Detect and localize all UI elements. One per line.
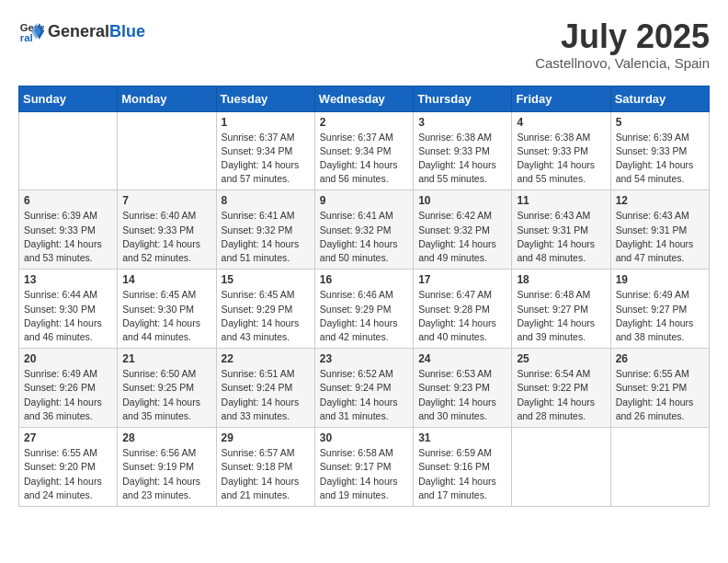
calendar-table: SundayMondayTuesdayWednesdayThursdayFrid…: [18, 86, 710, 507]
weekday-header-friday: Friday: [512, 86, 610, 111]
weekday-header-sunday: Sunday: [19, 86, 118, 111]
day-number: 3: [418, 116, 506, 129]
day-number: 23: [320, 352, 408, 365]
day-number: 14: [122, 273, 210, 286]
day-info: Sunrise: 6:57 AMSunset: 9:18 PMDaylight:…: [222, 446, 310, 502]
calendar-day-cell: 29Sunrise: 6:57 AMSunset: 9:18 PMDayligh…: [216, 428, 314, 507]
calendar-week-row: 1Sunrise: 6:37 AMSunset: 9:34 PMDaylight…: [19, 111, 710, 190]
day-number: 19: [616, 273, 704, 286]
day-info: Sunrise: 6:46 AMSunset: 9:29 PMDaylight:…: [320, 288, 408, 344]
calendar-day-cell: 26Sunrise: 6:55 AMSunset: 9:21 PMDayligh…: [610, 349, 709, 428]
day-number: 9: [320, 194, 408, 207]
day-number: 11: [517, 194, 605, 207]
calendar-day-cell: 16Sunrise: 6:46 AMSunset: 9:29 PMDayligh…: [314, 270, 413, 349]
calendar-day-cell: 10Sunrise: 6:42 AMSunset: 9:32 PMDayligh…: [414, 190, 512, 270]
calendar-day-cell: 2Sunrise: 6:37 AMSunset: 9:34 PMDaylight…: [314, 111, 413, 190]
day-number: 20: [24, 352, 112, 365]
day-info: Sunrise: 6:48 AMSunset: 9:27 PMDaylight:…: [517, 288, 605, 344]
calendar-day-cell: 18Sunrise: 6:48 AMSunset: 9:27 PMDayligh…: [512, 270, 610, 349]
day-info: Sunrise: 6:53 AMSunset: 9:23 PMDaylight:…: [418, 367, 506, 423]
calendar-day-cell: 9Sunrise: 6:41 AMSunset: 9:32 PMDaylight…: [314, 190, 413, 270]
weekday-header-monday: Monday: [118, 86, 216, 111]
day-number: 22: [222, 352, 310, 365]
day-info: Sunrise: 6:37 AMSunset: 9:34 PMDaylight:…: [320, 131, 408, 187]
calendar-day-cell: [610, 428, 709, 507]
day-number: 30: [320, 431, 408, 444]
calendar-day-cell: [19, 111, 118, 190]
calendar-day-cell: 1Sunrise: 6:37 AMSunset: 9:34 PMDaylight…: [216, 111, 314, 190]
day-info: Sunrise: 6:39 AMSunset: 9:33 PMDaylight:…: [24, 209, 112, 265]
day-number: 24: [418, 352, 506, 365]
day-info: Sunrise: 6:42 AMSunset: 9:32 PMDaylight:…: [418, 209, 506, 265]
location-title: Castellnovo, Valencia, Spain: [535, 55, 710, 71]
day-info: Sunrise: 6:50 AMSunset: 9:25 PMDaylight:…: [122, 367, 210, 423]
day-info: Sunrise: 6:56 AMSunset: 9:19 PMDaylight:…: [122, 446, 210, 502]
calendar-day-cell: 17Sunrise: 6:47 AMSunset: 9:28 PMDayligh…: [414, 270, 512, 349]
day-info: Sunrise: 6:54 AMSunset: 9:22 PMDaylight:…: [517, 367, 605, 423]
weekday-header-thursday: Thursday: [414, 86, 512, 111]
calendar-week-row: 13Sunrise: 6:44 AMSunset: 9:30 PMDayligh…: [19, 270, 710, 349]
calendar-day-cell: 24Sunrise: 6:53 AMSunset: 9:23 PMDayligh…: [414, 349, 512, 428]
calendar-day-cell: 3Sunrise: 6:38 AMSunset: 9:33 PMDaylight…: [414, 111, 512, 190]
month-title: July 2025: [535, 18, 710, 55]
day-info: Sunrise: 6:59 AMSunset: 9:16 PMDaylight:…: [418, 446, 506, 502]
calendar-day-cell: 4Sunrise: 6:38 AMSunset: 9:33 PMDaylight…: [512, 111, 610, 190]
calendar-day-cell: 21Sunrise: 6:50 AMSunset: 9:25 PMDayligh…: [118, 349, 216, 428]
calendar-day-cell: 14Sunrise: 6:45 AMSunset: 9:30 PMDayligh…: [118, 270, 216, 349]
calendar-day-cell: 22Sunrise: 6:51 AMSunset: 9:24 PMDayligh…: [216, 349, 314, 428]
calendar-day-cell: 6Sunrise: 6:39 AMSunset: 9:33 PMDaylight…: [19, 190, 118, 270]
calendar-week-row: 6Sunrise: 6:39 AMSunset: 9:33 PMDaylight…: [19, 190, 710, 270]
day-info: Sunrise: 6:45 AMSunset: 9:29 PMDaylight:…: [222, 288, 310, 344]
day-number: 26: [616, 352, 704, 365]
day-number: 6: [24, 194, 112, 207]
day-info: Sunrise: 6:55 AMSunset: 9:21 PMDaylight:…: [616, 367, 704, 423]
calendar-day-cell: 12Sunrise: 6:43 AMSunset: 9:31 PMDayligh…: [610, 190, 709, 270]
calendar-day-cell: 8Sunrise: 6:41 AMSunset: 9:32 PMDaylight…: [216, 190, 314, 270]
calendar-week-row: 20Sunrise: 6:49 AMSunset: 9:26 PMDayligh…: [19, 349, 710, 428]
day-number: 18: [517, 273, 605, 286]
calendar-day-cell: 19Sunrise: 6:49 AMSunset: 9:27 PMDayligh…: [610, 270, 709, 349]
calendar-day-cell: 11Sunrise: 6:43 AMSunset: 9:31 PMDayligh…: [512, 190, 610, 270]
calendar-day-cell: 15Sunrise: 6:45 AMSunset: 9:29 PMDayligh…: [216, 270, 314, 349]
logo-text-blue: Blue: [109, 22, 145, 41]
calendar-day-cell: 5Sunrise: 6:39 AMSunset: 9:33 PMDaylight…: [610, 111, 709, 190]
calendar-day-cell: [118, 111, 216, 190]
day-info: Sunrise: 6:49 AMSunset: 9:27 PMDaylight:…: [616, 288, 704, 344]
day-number: 21: [122, 352, 210, 365]
day-number: 7: [122, 194, 210, 207]
day-number: 4: [517, 116, 605, 129]
calendar-day-cell: 13Sunrise: 6:44 AMSunset: 9:30 PMDayligh…: [19, 270, 118, 349]
day-number: 27: [24, 431, 112, 444]
day-number: 8: [222, 194, 310, 207]
day-info: Sunrise: 6:37 AMSunset: 9:34 PMDaylight:…: [222, 131, 310, 187]
calendar-day-cell: 25Sunrise: 6:54 AMSunset: 9:22 PMDayligh…: [512, 349, 610, 428]
day-info: Sunrise: 6:58 AMSunset: 9:17 PMDaylight:…: [320, 446, 408, 502]
day-info: Sunrise: 6:41 AMSunset: 9:32 PMDaylight:…: [222, 209, 310, 265]
day-info: Sunrise: 6:38 AMSunset: 9:33 PMDaylight:…: [517, 131, 605, 187]
page-header: Gene ral General Blue July 2025 Castelln…: [18, 18, 710, 71]
day-info: Sunrise: 6:43 AMSunset: 9:31 PMDaylight:…: [517, 209, 605, 265]
day-info: Sunrise: 6:49 AMSunset: 9:26 PMDaylight:…: [24, 367, 112, 423]
day-info: Sunrise: 6:47 AMSunset: 9:28 PMDaylight:…: [418, 288, 506, 344]
day-number: 2: [320, 116, 408, 129]
day-number: 29: [222, 431, 310, 444]
weekday-header-tuesday: Tuesday: [216, 86, 314, 111]
day-info: Sunrise: 6:40 AMSunset: 9:33 PMDaylight:…: [122, 209, 210, 265]
weekday-header-saturday: Saturday: [610, 86, 709, 111]
calendar-day-cell: 20Sunrise: 6:49 AMSunset: 9:26 PMDayligh…: [19, 349, 118, 428]
day-number: 5: [616, 116, 704, 129]
logo-icon: Gene ral: [18, 18, 44, 44]
day-number: 16: [320, 273, 408, 286]
calendar-day-cell: 27Sunrise: 6:55 AMSunset: 9:20 PMDayligh…: [19, 428, 118, 507]
weekday-header-wednesday: Wednesday: [314, 86, 413, 111]
svg-text:ral: ral: [20, 32, 33, 43]
day-info: Sunrise: 6:52 AMSunset: 9:24 PMDaylight:…: [320, 367, 408, 423]
logo: Gene ral General Blue: [18, 18, 145, 44]
calendar-day-cell: [512, 428, 610, 507]
calendar-day-cell: 7Sunrise: 6:40 AMSunset: 9:33 PMDaylight…: [118, 190, 216, 270]
title-block: July 2025 Castellnovo, Valencia, Spain: [535, 18, 710, 71]
day-info: Sunrise: 6:51 AMSunset: 9:24 PMDaylight:…: [222, 367, 310, 423]
day-number: 15: [222, 273, 310, 286]
day-info: Sunrise: 6:38 AMSunset: 9:33 PMDaylight:…: [418, 131, 506, 187]
calendar-day-cell: 23Sunrise: 6:52 AMSunset: 9:24 PMDayligh…: [314, 349, 413, 428]
